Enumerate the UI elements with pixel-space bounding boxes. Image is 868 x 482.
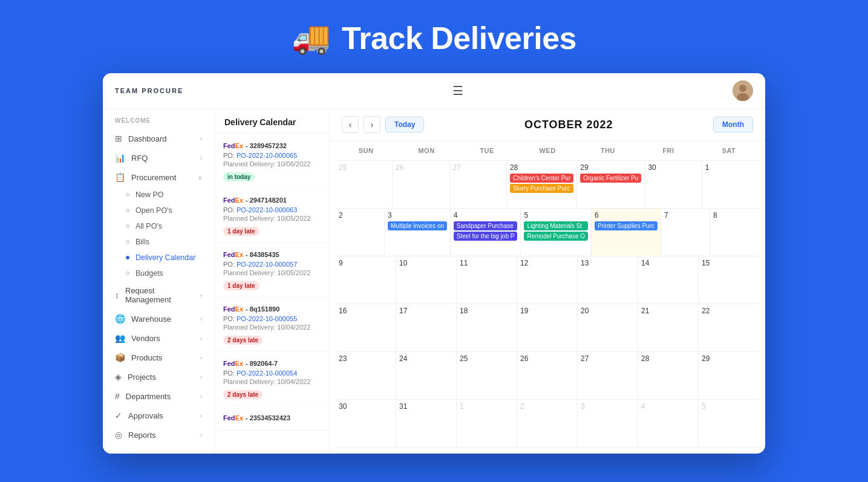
sidebar-subitem-all-pos[interactable]: All PO's xyxy=(103,218,214,234)
calendar-cell[interactable]: 20 xyxy=(578,304,638,351)
sidebar-item-departments[interactable]: # Departments › xyxy=(103,386,214,406)
sidebar-item-vendors[interactable]: 👥 Vendors › xyxy=(103,328,214,348)
calendar-cell[interactable]: 15 xyxy=(699,256,759,304)
delivery-item[interactable]: FedEx - 2947148201 PO: PO-2022-10-000063… xyxy=(215,188,329,243)
calendar-cell[interactable]: 26 xyxy=(393,161,449,208)
calendar-cell[interactable]: 16 xyxy=(336,304,396,351)
calendar-panel: ‹ › Today OCTOBER 2022 Month SUNMONTUEWE… xyxy=(330,109,765,454)
calendar-cell[interactable]: 8 xyxy=(710,209,759,256)
fedex-tracking: - 892064-7 xyxy=(246,360,278,367)
calendar-cell[interactable]: 9 xyxy=(336,256,396,304)
dot-icon xyxy=(126,224,129,228)
calendar-event[interactable]: Multiple Invoices on xyxy=(388,221,447,230)
chevron-icon: › xyxy=(200,335,202,342)
calendar-cell[interactable]: 13 xyxy=(578,256,638,304)
calendar-cell[interactable]: 25 xyxy=(457,352,517,399)
approvals-icon: ✓ xyxy=(115,411,122,420)
products-icon: 📦 xyxy=(115,353,125,362)
fedex-fe: Fed xyxy=(223,360,235,367)
app-window: TEAM PROCURE ☰ WELCOME ⊞ Dashboard › xyxy=(103,73,765,454)
calendar-event[interactable]: Children's Center Pur xyxy=(510,174,573,183)
calendar-cell[interactable]: 23 xyxy=(336,352,396,399)
month-view-button[interactable]: Month xyxy=(713,117,753,132)
sidebar-subitem-budgets[interactable]: Budgets xyxy=(103,265,214,281)
calendar-cell[interactable]: 12 xyxy=(517,256,578,304)
calendar-cell[interactable]: 28 xyxy=(638,352,699,399)
calendar-cell[interactable]: 31 xyxy=(396,400,457,447)
calendar-cell[interactable]: 4Sandpaper PurchaseSteel for the big job… xyxy=(451,209,521,256)
prev-month-button[interactable]: ‹ xyxy=(342,116,359,133)
sidebar-subitem-new-po[interactable]: New PO xyxy=(103,187,214,203)
delivery-po: PO: PO-2022-10-000065 xyxy=(223,152,321,159)
calendar-event[interactable]: Slurry Purchase Purc xyxy=(510,184,573,193)
sidebar-subitem-delivery-calendar[interactable]: Delivery Calendar xyxy=(103,250,214,265)
calendar-nav: ‹ › Today xyxy=(342,116,424,133)
sidebar-item-products[interactable]: 📦 Products › xyxy=(103,348,214,367)
delivery-item[interactable]: FedEx - 84385435 PO: PO-2022-10-000057 P… xyxy=(215,243,329,297)
sidebar-label-warehouse: Warehouse xyxy=(131,314,171,324)
calendar-cell[interactable]: 5 xyxy=(699,400,759,447)
today-button[interactable]: Today xyxy=(385,117,424,132)
calendar-cell[interactable]: 5Lighting Materials StRemodel Purchase O xyxy=(521,209,592,256)
delivery-item[interactable]: FedEx - 8q151890 PO: PO-2022-10-000055 P… xyxy=(215,297,329,351)
sidebar-item-rfq[interactable]: 📊 RFQ › xyxy=(103,148,214,168)
fedex-tracking: - 2947148201 xyxy=(246,197,287,204)
sidebar-item-reports[interactable]: ◎ Reports › xyxy=(103,425,214,445)
calendar-cell[interactable]: 7 xyxy=(661,209,710,256)
fedex-ex: Ex xyxy=(235,251,243,258)
sidebar-subitem-bills[interactable]: Bills xyxy=(103,234,214,250)
calendar-cell[interactable]: 19 xyxy=(517,304,578,351)
next-month-button[interactable]: › xyxy=(364,116,380,133)
calendar-cell[interactable]: 30 xyxy=(645,161,702,208)
calendar-cell[interactable]: 27 xyxy=(450,161,507,208)
calendar-cell[interactable]: 1 xyxy=(702,161,759,208)
calendar-event[interactable]: Organic Fertilizer Pu xyxy=(580,174,641,183)
calendar-cell[interactable]: 2 xyxy=(336,209,385,256)
calendar-event[interactable]: Sandpaper Purchase xyxy=(454,221,518,230)
calendar-cell[interactable]: 18 xyxy=(457,304,517,351)
calendar-cell[interactable]: 11 xyxy=(457,256,517,304)
calendar-cell[interactable]: 2 xyxy=(517,400,578,447)
sidebar-item-request-management[interactable]: ↕ Request Management › xyxy=(103,281,214,309)
calendar-cell[interactable]: 25 xyxy=(336,161,393,208)
calendar-cell[interactable]: 3 xyxy=(578,400,638,447)
calendar-cell[interactable]: 3Multiple Invoices on xyxy=(385,209,451,256)
calendar-cell[interactable]: 30 xyxy=(336,400,396,447)
calendar-cell[interactable]: 26 xyxy=(517,352,578,399)
sidebar-item-warehouse[interactable]: 🌐 Warehouse › xyxy=(103,309,214,328)
calendar-event[interactable]: Printer Supplies Purc xyxy=(595,221,658,230)
fedex-fe: Fed xyxy=(223,305,235,313)
calendar-cell[interactable]: 29 xyxy=(699,352,759,399)
calendar-event[interactable]: Steel for the big job P xyxy=(454,232,518,241)
calendar-cell[interactable]: 28Children's Center PurSlurry Purchase P… xyxy=(507,161,577,208)
sidebar-item-procurement[interactable]: 📋 Procurement ∨ xyxy=(103,168,214,187)
status-badge: 2 days late xyxy=(223,336,263,345)
delivery-date: Planned Delivery: 10/04/2022 xyxy=(223,324,321,331)
calendar-cell[interactable]: 17 xyxy=(396,304,457,351)
calendar-cell[interactable]: 24 xyxy=(396,352,457,399)
calendar-date: 25 xyxy=(460,354,514,363)
calendar-cell[interactable]: 1 xyxy=(457,400,517,447)
delivery-item[interactable]: FedEx - 3289457232 PO: PO-2022-10-000065… xyxy=(215,134,329,188)
calendar-event[interactable]: Remodel Purchase O xyxy=(524,232,588,241)
sidebar-item-projects[interactable]: ◈ Projects › xyxy=(103,367,214,386)
sidebar-subitem-open-pos[interactable]: Open PO's xyxy=(103,203,214,218)
calendar-cell[interactable]: 10 xyxy=(396,256,457,304)
delivery-item[interactable]: FedEx - 23534532423 xyxy=(215,406,329,431)
avatar[interactable] xyxy=(733,80,753,101)
calendar-cell[interactable]: 6Printer Supplies Purc xyxy=(592,209,661,256)
calendar-event[interactable]: Lighting Materials St xyxy=(524,221,588,230)
calendar-cell[interactable]: 27 xyxy=(578,352,638,399)
delivery-date: Planned Delivery: 10/05/2022 xyxy=(223,215,321,222)
calendar-cell[interactable]: 22 xyxy=(699,304,759,351)
hamburger-icon[interactable]: ☰ xyxy=(452,83,463,98)
sidebar-item-dashboard[interactable]: ⊞ Dashboard › xyxy=(103,129,214,148)
calendar-cell[interactable]: 4 xyxy=(638,400,699,447)
sidebar-item-approvals[interactable]: ✓ Approvals › xyxy=(103,406,214,425)
calendar-cell[interactable]: 29Organic Fertilizer Pu xyxy=(577,161,645,208)
calendar-cell[interactable]: 21 xyxy=(638,304,699,351)
request-management-icon: ↕ xyxy=(115,290,119,300)
delivery-item[interactable]: FedEx - 892064-7 PO: PO-2022-10-000054 P… xyxy=(215,351,329,406)
calendar-cell[interactable]: 14 xyxy=(638,256,699,304)
sidebar-label-request-management: Request Management xyxy=(125,286,200,304)
